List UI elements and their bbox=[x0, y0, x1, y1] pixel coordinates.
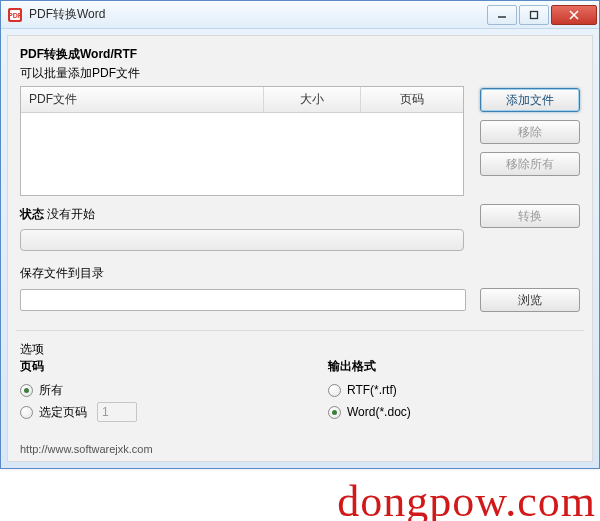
radio-label: 所有 bbox=[39, 382, 63, 399]
add-file-button[interactable]: 添加文件 bbox=[480, 88, 580, 112]
section-subheading: 可以批量添加PDF文件 bbox=[20, 65, 580, 82]
table-body[interactable] bbox=[21, 113, 463, 196]
radio-icon bbox=[328, 406, 341, 419]
table-header: PDF文件 大小 页码 bbox=[21, 87, 463, 113]
page-number-input[interactable]: 1 bbox=[97, 402, 137, 422]
remove-all-button[interactable]: 移除所有 bbox=[480, 152, 580, 176]
save-dir-input[interactable] bbox=[20, 289, 466, 311]
radio-label: RTF(*.rtf) bbox=[347, 383, 397, 397]
minimize-button[interactable] bbox=[487, 5, 517, 25]
radio-icon bbox=[20, 384, 33, 397]
col-size[interactable]: 大小 bbox=[264, 87, 361, 112]
radio-icon bbox=[20, 406, 33, 419]
maximize-button[interactable] bbox=[519, 5, 549, 25]
svg-text:PDF: PDF bbox=[8, 12, 23, 19]
radio-pages-all[interactable]: 所有 bbox=[20, 379, 328, 401]
status-label: 状态 bbox=[20, 207, 44, 221]
window-title: PDF转换Word bbox=[29, 6, 105, 23]
browse-button[interactable]: 浏览 bbox=[480, 288, 580, 312]
close-button[interactable] bbox=[551, 5, 597, 25]
save-dir-label: 保存文件到目录 bbox=[20, 265, 580, 282]
divider bbox=[16, 330, 584, 331]
status-line: 状态 没有开始 bbox=[20, 206, 464, 223]
svg-rect-4 bbox=[531, 11, 538, 18]
radio-pages-selected[interactable]: 选定页码 1 bbox=[20, 401, 328, 423]
convert-button[interactable]: 转换 bbox=[480, 204, 580, 228]
output-format-label: 输出格式 bbox=[328, 358, 580, 375]
radio-label: Word(*.doc) bbox=[347, 405, 411, 419]
radio-output-word[interactable]: Word(*.doc) bbox=[328, 401, 580, 423]
col-file[interactable]: PDF文件 bbox=[21, 87, 264, 112]
col-pages[interactable]: 页码 bbox=[361, 87, 463, 112]
progress-bar bbox=[20, 229, 464, 251]
radio-icon bbox=[328, 384, 341, 397]
file-table[interactable]: PDF文件 大小 页码 bbox=[20, 86, 464, 196]
section-heading: PDF转换成Word/RTF bbox=[20, 46, 580, 63]
app-icon: PDF bbox=[7, 7, 23, 23]
remove-button[interactable]: 移除 bbox=[480, 120, 580, 144]
status-value: 没有开始 bbox=[47, 207, 95, 221]
footer-url: http://www.softwarejxk.com bbox=[20, 439, 580, 455]
options-label: 选项 bbox=[20, 341, 580, 358]
radio-output-rtf[interactable]: RTF(*.rtf) bbox=[328, 379, 580, 401]
radio-label: 选定页码 bbox=[39, 404, 87, 421]
pages-label: 页码 bbox=[20, 358, 328, 375]
watermark: dongpow.com bbox=[337, 476, 596, 521]
titlebar: PDF PDF转换Word bbox=[1, 1, 599, 29]
